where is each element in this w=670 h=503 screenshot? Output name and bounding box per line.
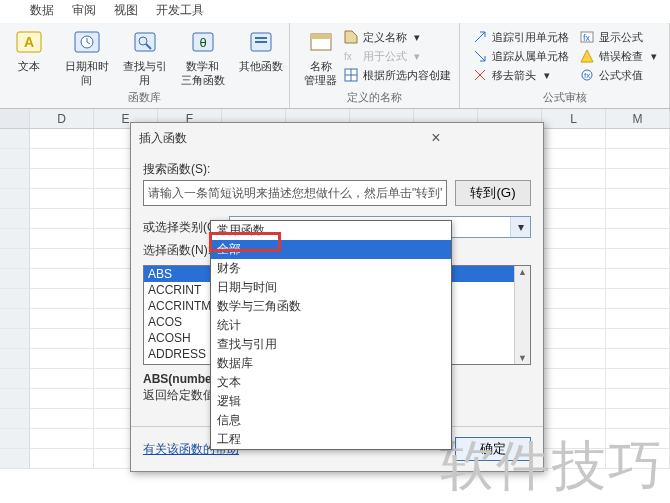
dropdown-item[interactable]: 文本 <box>211 373 451 392</box>
dropdown-item[interactable]: 常用函数 <box>211 221 451 240</box>
svg-rect-11 <box>255 41 267 43</box>
evaluate-formula-button[interactable]: fx 公式求值 <box>579 67 656 83</box>
dropdown-item[interactable]: 信息 <box>211 411 451 430</box>
label: 三角函数 <box>181 73 225 87</box>
remove-arrows-button[interactable]: 移去箭头 ▾ <box>472 67 569 83</box>
dropdown-item[interactable]: 查找与引用 <box>211 335 451 354</box>
define-name-button[interactable]: 定义名称 ▾ <box>343 29 451 45</box>
svg-text:fx: fx <box>344 51 352 62</box>
dropdown-item[interactable]: 统计 <box>211 316 451 335</box>
category-dropdown-list[interactable]: 常用函数 全部 财务 日期与时间 数学与三角函数 统计 查找与引用 数据库 文本… <box>210 220 452 450</box>
svg-text:θ: θ <box>199 35 206 50</box>
label: 定义名称 <box>363 30 407 45</box>
dialog-titlebar[interactable]: 插入函数 × <box>131 123 543 153</box>
trace-precedents-button[interactable]: 追踪引用单元格 <box>472 29 569 45</box>
col-D[interactable]: D <box>30 109 94 128</box>
other-functions-button[interactable]: 其他函数 <box>234 25 288 73</box>
tab-dev[interactable]: 开发工具 <box>156 2 204 19</box>
go-button[interactable]: 转到(G) <box>455 180 531 206</box>
label: 错误检查 <box>599 49 643 64</box>
svg-rect-13 <box>311 34 331 39</box>
col-M[interactable]: M <box>606 109 670 128</box>
text-functions-button[interactable]: A 文本 <box>2 25 56 73</box>
label: 移去箭头 <box>492 68 536 83</box>
eval-icon: fx <box>579 67 595 83</box>
group-label-audit: 公式审核 <box>543 89 587 106</box>
arrow-up-right-icon <box>472 29 488 45</box>
tab-data[interactable]: 数据 <box>30 2 54 19</box>
label: 日期和时间 <box>60 59 114 87</box>
label: 其他函数 <box>239 59 283 73</box>
label: 追踪引用单元格 <box>492 30 569 45</box>
theta-icon: θ <box>188 27 218 57</box>
scroll-down-icon[interactable]: ▼ <box>518 352 527 364</box>
label: 追踪从属单元格 <box>492 49 569 64</box>
grid-icon <box>343 67 359 83</box>
dropdown-item[interactable]: 数学与三角函数 <box>211 297 451 316</box>
chevron-down-icon[interactable]: ▾ <box>510 217 530 237</box>
arrow-down-right-icon <box>472 48 488 64</box>
col-L[interactable]: L <box>542 109 606 128</box>
svg-rect-4 <box>135 33 155 51</box>
ribbon: A 文本 日期和时间 查找与引用 θ 数学和 <box>0 23 670 109</box>
tab-review[interactable]: 审阅 <box>72 2 96 19</box>
show-formulas-button[interactable]: fx 显示公式 <box>579 29 656 45</box>
label: 管理器 <box>304 73 337 87</box>
close-button[interactable]: × <box>337 129 535 147</box>
dropdown-item[interactable]: 日期与时间 <box>211 278 451 297</box>
math-functions-button[interactable]: θ 数学和 三角函数 <box>176 25 230 87</box>
search-label: 搜索函数(S): <box>143 161 531 178</box>
fx-icon: fx <box>343 48 359 64</box>
name-manager-button[interactable]: 名称 管理器 <box>299 25 343 87</box>
error-check-button[interactable]: 错误检查 ▾ <box>579 48 656 64</box>
book-icon <box>246 27 276 57</box>
svg-text:A: A <box>23 34 33 50</box>
svg-rect-10 <box>255 37 267 39</box>
dropdown-item[interactable]: 财务 <box>211 259 451 278</box>
clock-icon <box>72 27 102 57</box>
remove-arrows-icon <box>472 67 488 83</box>
svg-text:fx: fx <box>583 33 591 43</box>
lookup-icon <box>130 27 160 57</box>
search-input[interactable] <box>143 180 447 206</box>
svg-text:fx: fx <box>584 71 590 80</box>
warning-icon <box>579 48 595 64</box>
label: 名称 <box>310 59 332 73</box>
label: 根据所选内容创建 <box>363 68 451 83</box>
lookup-functions-button[interactable]: 查找与引用 <box>118 25 172 87</box>
label: 查找与引用 <box>118 59 172 87</box>
label: 用于公式 <box>363 49 407 64</box>
dialog-title: 插入函数 <box>139 130 337 147</box>
scrollbar[interactable]: ▲ ▼ <box>514 266 530 364</box>
group-label-defnames: 定义的名称 <box>347 89 402 106</box>
create-from-selection-button[interactable]: 根据所选内容创建 <box>343 67 451 83</box>
dropdown-item[interactable]: 工程 <box>211 430 451 449</box>
dropdown-item[interactable]: 全部 <box>211 240 451 259</box>
tag-icon <box>343 29 359 45</box>
text-icon: A <box>14 27 44 57</box>
label: 文本 <box>18 59 40 73</box>
label: 显示公式 <box>599 30 643 45</box>
ok-button[interactable]: 确定 <box>455 437 531 461</box>
label: 公式求值 <box>599 68 643 83</box>
dropdown-item[interactable]: 逻辑 <box>211 392 451 411</box>
ribbon-tabs: 数据 审阅 视图 开发工具 <box>0 0 670 23</box>
datetime-functions-button[interactable]: 日期和时间 <box>60 25 114 87</box>
dropdown-item[interactable]: 数据库 <box>211 354 451 373</box>
use-in-formula-button[interactable]: fx 用于公式 ▾ <box>343 48 451 64</box>
group-label-funclib: 函数库 <box>128 89 161 106</box>
tab-view[interactable]: 视图 <box>114 2 138 19</box>
formula-icon: fx <box>579 29 595 45</box>
name-manager-icon <box>306 27 336 57</box>
scroll-up-icon[interactable]: ▲ <box>518 266 527 278</box>
corner[interactable] <box>0 109 30 128</box>
label: 数学和 <box>186 59 219 73</box>
trace-dependents-button[interactable]: 追踪从属单元格 <box>472 48 569 64</box>
